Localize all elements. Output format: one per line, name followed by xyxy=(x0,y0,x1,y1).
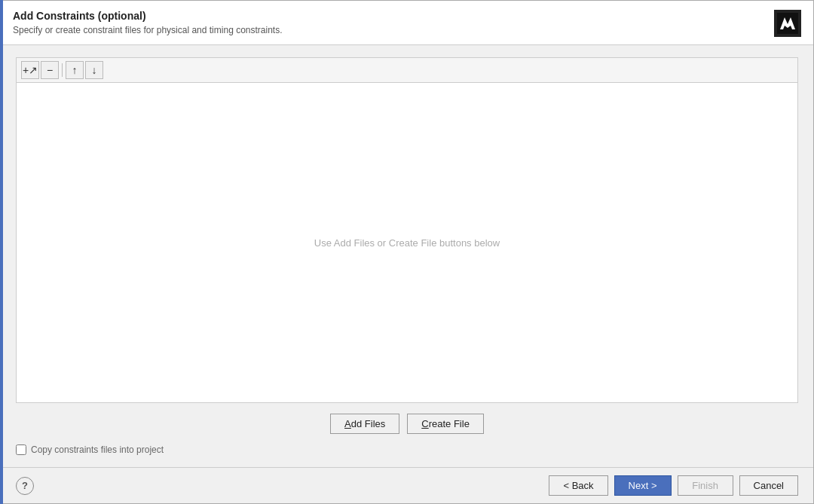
next-button[interactable]: Next > xyxy=(614,475,672,496)
move-up-button[interactable]: ↑ xyxy=(66,61,84,79)
file-list-empty-area: Use Add Files or Create File buttons bel… xyxy=(17,83,797,402)
add-file-toolbar-button[interactable]: +↗ xyxy=(21,61,39,79)
move-down-button[interactable]: ↓ xyxy=(85,61,103,79)
footer-left: ? xyxy=(16,477,34,495)
add-files-label: Add Files xyxy=(344,418,385,429)
dialog-header: Add Constraints (optional) Specify or cr… xyxy=(1,1,813,45)
amd-logo xyxy=(774,10,801,37)
copy-constraints-label[interactable]: Copy constraints files into project xyxy=(31,444,164,455)
dialog-content: +↗ − ↑ ↓ Use Add Files or Create File xyxy=(1,45,813,467)
remove-file-toolbar-button[interactable]: − xyxy=(41,61,59,79)
cancel-button[interactable]: Cancel xyxy=(739,475,798,496)
svg-rect-0 xyxy=(777,13,798,34)
down-arrow-icon: ↓ xyxy=(92,65,97,75)
back-button[interactable]: < Back xyxy=(549,475,607,496)
add-icon: +↗ xyxy=(23,65,38,75)
finish-button[interactable]: Finish xyxy=(678,475,733,496)
dialog-title: Add Constraints (optional) xyxy=(13,10,283,22)
copy-constraints-row: Copy constraints files into project xyxy=(16,444,798,455)
dialog-footer: ? < Back Next > Finish Cancel xyxy=(1,467,813,503)
toolbar-separator xyxy=(62,63,63,77)
up-arrow-icon: ↑ xyxy=(72,65,78,75)
remove-icon: − xyxy=(47,65,53,75)
create-file-button[interactable]: Create File xyxy=(407,414,484,434)
file-panel: +↗ − ↑ ↓ Use Add Files or Create File xyxy=(16,57,798,403)
footer-right: < Back Next > Finish Cancel xyxy=(549,475,798,496)
copy-constraints-checkbox[interactable] xyxy=(16,444,26,455)
file-toolbar: +↗ − ↑ ↓ xyxy=(17,58,797,83)
add-files-button[interactable]: Add Files xyxy=(330,414,399,434)
dialog-subtitle: Specify or create constraint files for p… xyxy=(13,25,283,35)
empty-list-message: Use Add Files or Create File buttons bel… xyxy=(314,237,500,249)
add-buttons-row: Add Files Create File xyxy=(16,414,798,434)
create-file-label: Create File xyxy=(421,418,470,429)
help-button[interactable]: ? xyxy=(16,477,34,495)
